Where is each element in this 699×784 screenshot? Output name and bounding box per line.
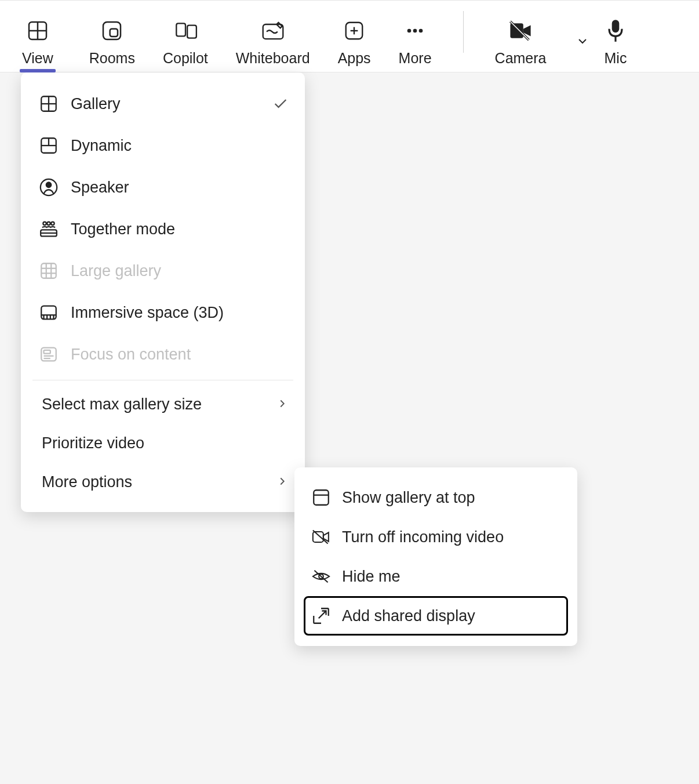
toolbar-mic[interactable]: Mic bbox=[576, 1, 641, 72]
submenu-hide-me[interactable]: Hide me bbox=[304, 557, 568, 596]
toolbar-apps[interactable]: Apps bbox=[324, 1, 385, 72]
dropdown-prioritize[interactable]: Prioritize video bbox=[21, 424, 305, 463]
dropdown-prioritize-label: Prioritize video bbox=[42, 434, 289, 452]
mic-icon bbox=[606, 19, 625, 43]
speaker-icon bbox=[38, 177, 59, 198]
large-gallery-icon bbox=[38, 260, 59, 281]
toolbar-copilot[interactable]: Copilot bbox=[149, 1, 222, 72]
dropdown-focus-label: Focus on content bbox=[71, 346, 289, 364]
toolbar-view[interactable]: View bbox=[0, 1, 75, 72]
toolbar-camera[interactable]: Camera bbox=[481, 1, 576, 72]
dropdown-large-gallery: Large gallery bbox=[21, 250, 305, 292]
immersive-icon bbox=[38, 302, 59, 323]
dropdown-immersive-label: Immersive space (3D) bbox=[71, 304, 289, 322]
svg-rect-41 bbox=[313, 532, 323, 542]
svg-rect-4 bbox=[110, 29, 118, 37]
copilot-icon bbox=[173, 19, 198, 43]
rooms-icon bbox=[100, 19, 123, 43]
toolbar-divider bbox=[463, 11, 464, 53]
submenu-show-top[interactable]: Show gallery at top bbox=[304, 478, 568, 517]
toolbar-more-label: More bbox=[399, 50, 432, 67]
dropdown-focus: Focus on content bbox=[21, 333, 305, 375]
toolbar-mic-label: Mic bbox=[605, 50, 627, 67]
camera-off-icon bbox=[507, 19, 534, 43]
toolbar-camera-label: Camera bbox=[495, 50, 547, 67]
dropdown-speaker-label: Speaker bbox=[71, 179, 289, 197]
video-off-icon bbox=[311, 527, 332, 547]
meeting-toolbar: View Rooms Copilot Whiteboard Apps More bbox=[0, 0, 699, 72]
toolbar-rooms[interactable]: Rooms bbox=[75, 1, 149, 72]
svg-point-9 bbox=[407, 29, 412, 33]
dropdown-gallery-label: Gallery bbox=[71, 95, 261, 113]
svg-rect-14 bbox=[612, 20, 620, 32]
focus-icon bbox=[38, 344, 59, 365]
dropdown-more-options-label: More options bbox=[42, 473, 264, 491]
dropdown-more-options[interactable]: More options bbox=[21, 463, 305, 502]
svg-point-24 bbox=[43, 222, 46, 226]
more-options-submenu: Show gallery at top Turn off incoming vi… bbox=[294, 467, 577, 646]
toolbar-more[interactable]: More bbox=[385, 1, 446, 72]
toolbar-rooms-label: Rooms bbox=[89, 50, 135, 67]
dropdown-divider bbox=[32, 380, 293, 380]
dropdown-dynamic-label: Dynamic bbox=[71, 137, 289, 155]
svg-point-10 bbox=[413, 29, 417, 33]
view-dropdown: Gallery Dynamic Speaker Together mode La… bbox=[21, 72, 305, 512]
submenu-turn-off[interactable]: Turn off incoming video bbox=[304, 517, 568, 557]
together-icon bbox=[38, 219, 59, 239]
dropdown-together[interactable]: Together mode bbox=[21, 208, 305, 250]
dropdown-large-gallery-label: Large gallery bbox=[71, 262, 289, 280]
dynamic-icon bbox=[38, 135, 59, 156]
show-top-icon bbox=[311, 487, 332, 508]
dropdown-together-label: Together mode bbox=[71, 220, 289, 238]
add-shared-icon bbox=[311, 605, 332, 626]
svg-rect-39 bbox=[314, 490, 329, 505]
check-icon bbox=[272, 96, 289, 112]
whiteboard-icon bbox=[260, 19, 286, 43]
submenu-show-top-label: Show gallery at top bbox=[342, 489, 475, 507]
toolbar-whiteboard[interactable]: Whiteboard bbox=[222, 1, 324, 72]
more-icon bbox=[403, 19, 427, 43]
svg-point-11 bbox=[419, 29, 423, 33]
dropdown-select-max-label: Select max gallery size bbox=[42, 395, 264, 413]
svg-rect-36 bbox=[44, 350, 50, 354]
toolbar-whiteboard-label: Whiteboard bbox=[236, 50, 310, 67]
submenu-add-shared-label: Add shared display bbox=[342, 607, 475, 625]
submenu-turn-off-label: Turn off incoming video bbox=[342, 528, 504, 546]
dropdown-speaker[interactable]: Speaker bbox=[21, 166, 305, 208]
hide-icon bbox=[311, 566, 332, 587]
toolbar-copilot-label: Copilot bbox=[163, 50, 208, 67]
dropdown-immersive[interactable]: Immersive space (3D) bbox=[21, 292, 305, 333]
svg-rect-29 bbox=[41, 263, 56, 278]
chevron-right-icon bbox=[276, 475, 289, 490]
toolbar-apps-label: Apps bbox=[338, 50, 371, 67]
svg-line-44 bbox=[314, 571, 327, 583]
submenu-add-shared[interactable]: Add shared display bbox=[304, 596, 568, 636]
svg-point-23 bbox=[46, 183, 52, 188]
gallery-icon bbox=[38, 93, 59, 114]
dropdown-select-max[interactable]: Select max gallery size bbox=[21, 385, 305, 424]
grid-icon bbox=[26, 19, 49, 43]
chevron-right-icon bbox=[276, 397, 289, 412]
dropdown-dynamic[interactable]: Dynamic bbox=[21, 125, 305, 166]
svg-point-25 bbox=[47, 222, 50, 226]
dropdown-gallery[interactable]: Gallery bbox=[21, 83, 305, 125]
apps-icon bbox=[343, 19, 365, 43]
svg-point-26 bbox=[51, 222, 54, 226]
submenu-hide-me-label: Hide me bbox=[342, 568, 401, 586]
toolbar-view-label: View bbox=[22, 50, 53, 67]
